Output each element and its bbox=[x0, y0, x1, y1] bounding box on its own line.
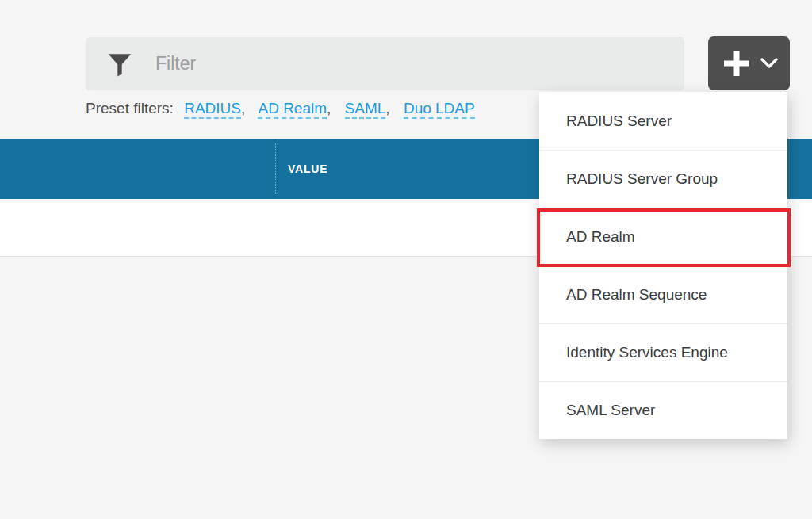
add-button[interactable] bbox=[708, 36, 790, 90]
chevron-down-icon bbox=[760, 58, 778, 69]
menu-item-saml-server[interactable]: SAML Server bbox=[539, 381, 787, 439]
preset-filter-radius[interactable]: RADIUS bbox=[184, 100, 241, 119]
separator: , bbox=[385, 100, 389, 116]
preset-filter-ad-realm[interactable]: AD Realm bbox=[258, 100, 327, 119]
column-divider bbox=[275, 143, 276, 194]
preset-filters-label: Preset filters: bbox=[86, 100, 174, 116]
preset-filter-saml[interactable]: SAML bbox=[345, 100, 386, 119]
page: Preset filters: RADIUS, AD Realm, SAML, … bbox=[0, 0, 812, 519]
plus-icon bbox=[721, 48, 753, 79]
filter-text-input[interactable] bbox=[154, 52, 670, 75]
menu-item-ad-realm-sequence[interactable]: AD Realm Sequence bbox=[539, 265, 787, 323]
separator: , bbox=[327, 100, 331, 116]
filter-input[interactable] bbox=[86, 37, 684, 90]
filter-funnel-icon bbox=[105, 50, 135, 78]
menu-item-radius-server-group[interactable]: RADIUS Server Group bbox=[539, 150, 787, 208]
add-dropdown-menu: RADIUS Server RADIUS Server Group AD Rea… bbox=[539, 92, 787, 439]
column-header-value: VALUE bbox=[288, 139, 327, 199]
menu-item-radius-server[interactable]: RADIUS Server bbox=[539, 92, 787, 150]
preset-filters-row: Preset filters: RADIUS, AD Realm, SAML, … bbox=[86, 100, 475, 117]
separator: , bbox=[241, 100, 245, 116]
preset-filter-duo-ldap[interactable]: Duo LDAP bbox=[404, 100, 475, 119]
menu-item-ad-realm[interactable]: AD Realm bbox=[539, 208, 787, 265]
menu-item-identity-services-engine[interactable]: Identity Services Engine bbox=[539, 323, 787, 381]
